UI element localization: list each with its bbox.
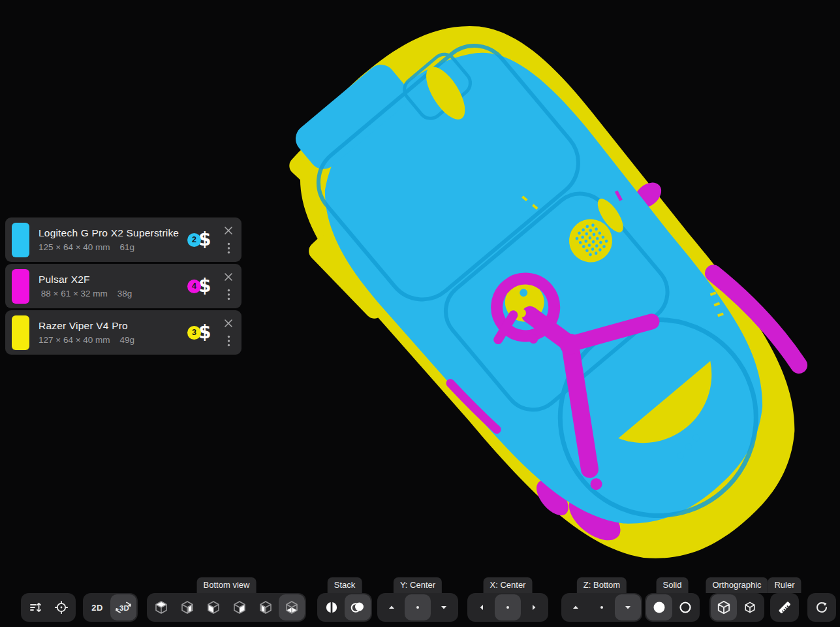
view-left-button[interactable] [200,594,226,620]
view-front-button[interactable] [174,594,200,620]
z-align-group: Z: Bottom [561,593,642,622]
dims-text: 125 × 64 × 40 mm [39,242,110,252]
close-icon[interactable] [224,226,233,235]
triangle-right-icon [533,605,535,610]
orthographic-button[interactable] [711,594,737,620]
dims-text: 88 × 61 × 32 mm [39,289,108,298]
z-bottom-button[interactable] [615,594,641,620]
view-right-icon [233,600,246,615]
perspective-cube-icon [744,601,756,614]
price-count-badge: 2 [187,233,201,247]
z-center-button[interactable] [589,594,615,620]
wireframe-render-button[interactable] [672,594,698,620]
mouse-name: Pulsar X2F [39,274,132,285]
x-align-group: X: Center [467,593,548,622]
triangle-down-icon [625,606,630,609]
bottom-toolbar: 2D 3D Bottom view [0,576,840,627]
perspective-button[interactable] [737,594,763,620]
price-group[interactable]: 2 $ [187,231,211,249]
mouse-meta: Pulsar X2F 88 × 61 × 32 mm 38g [39,274,132,298]
mouse-name: Razer Viper V4 Pro [39,320,134,332]
more-menu-icon[interactable] [227,289,230,300]
stack-button[interactable] [345,594,371,620]
x-left-button[interactable] [469,594,495,620]
sort-by-size-icon [29,601,42,614]
close-icon[interactable] [224,319,233,328]
stack-icon [350,601,365,614]
more-menu-icon[interactable] [227,335,230,347]
mouse-meta: Razer Viper V4 Pro 127 × 64 × 40 mm 49g [39,320,134,345]
more-menu-icon[interactable] [227,242,230,254]
center-dot-icon [600,606,603,609]
ruler-button[interactable] [771,594,798,620]
mode-group: 2D 3D [83,593,138,622]
row-actions [224,226,233,254]
row-actions [224,319,233,347]
mode-3d-button[interactable]: 3D [110,594,136,620]
x-center-button[interactable] [495,594,521,620]
view-top-button[interactable] [148,594,174,620]
triangle-up-icon [573,606,578,609]
y-top-button[interactable] [379,594,405,620]
ruler-group: Ruler [770,593,799,622]
tooltip-bottom-view: Bottom view [197,577,257,593]
price-group[interactable]: 3 $ [187,323,211,342]
view-front-icon [181,600,194,615]
color-swatch [12,269,29,304]
solid-circle-icon [654,602,665,613]
color-swatch [12,223,29,257]
center-dot-icon [506,606,509,609]
y-center-button[interactable] [405,594,431,620]
z-top-button[interactable] [563,594,589,620]
reset-rotation-icon [815,600,829,615]
price-group[interactable]: 4 $ [187,277,211,295]
orthographic-cube-icon [717,600,731,615]
tooltip-x-align: X: Center [484,577,533,593]
view-bottom-icon [285,600,298,615]
row-actions [224,272,233,300]
sort-by-size-button[interactable] [22,594,48,620]
mouse-card-pulsar[interactable]: Pulsar X2F 88 × 61 × 32 mm 38g 4 $ [5,264,241,308]
view-right-button[interactable] [226,594,253,620]
price-count-badge: 4 [187,280,201,293]
tooltip-y-align: Y: Center [394,577,442,593]
tooltip-stack: Stack [328,577,362,593]
dims-text: 127 × 64 × 40 mm [39,335,110,345]
weight-text: 38g [117,289,132,298]
mouse-list-panel: Logitech G Pro X2 Superstrike 125 × 64 ×… [5,217,241,355]
x-right-button[interactable] [521,594,547,620]
ruler-icon [777,600,792,615]
projection-group: Orthographic [709,593,764,622]
view-back-button[interactable] [253,594,279,620]
arrangement-group: Stack [317,593,372,622]
tooltip-ruler: Ruler [768,577,801,593]
mouse-dimensions: 88 × 61 × 32 mm 38g [39,289,132,298]
tooltip-render-mode: Solid [657,577,689,593]
mouse-name: Logitech G Pro X2 Superstrike [39,227,179,239]
crosshair-icon [54,600,69,615]
y-bottom-button[interactable] [431,594,457,620]
mouse-dimensions: 127 × 64 × 40 mm 49g [39,335,134,345]
display-group [21,593,76,622]
view-presets-group: Bottom view [147,593,306,622]
mouse-card-logitech[interactable]: Logitech G Pro X2 Superstrike 125 × 64 ×… [5,217,241,262]
triangle-left-icon [480,605,483,610]
mode-2d-button[interactable]: 2D [84,594,110,620]
view-top-icon [155,600,168,615]
side-by-side-icon [325,601,338,614]
tooltip-z-align: Z: Bottom [577,577,627,593]
weight-text: 61g [120,242,135,252]
side-by-side-button[interactable] [319,594,345,620]
reset-view-button[interactable] [809,594,835,620]
triangle-up-icon [389,606,394,609]
render-mode-group: Solid [645,593,700,622]
weight-text: 49g [120,335,135,345]
view-bottom-button[interactable] [279,594,305,620]
outline-circle-icon [681,603,691,613]
solid-render-button[interactable] [646,594,672,620]
center-view-button[interactable] [48,594,74,620]
mouse-card-razer[interactable]: Razer Viper V4 Pro 127 × 64 × 40 mm 49g … [5,310,241,355]
close-icon[interactable] [224,272,233,281]
mode-3d-icon: 3D [114,599,133,616]
view-left-icon [207,600,220,615]
